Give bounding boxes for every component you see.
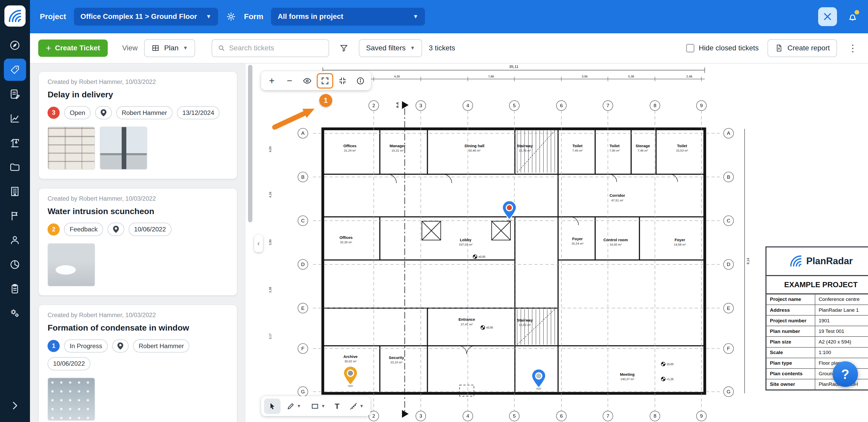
- filter-button[interactable]: [336, 40, 352, 56]
- shape-tool-button[interactable]: ▼: [307, 398, 330, 414]
- ticket-thumbnails: [48, 243, 228, 286]
- more-options-button[interactable]: ⋮: [846, 43, 860, 54]
- room-name: Corridor: [610, 193, 625, 198]
- sidebar-item-flags[interactable]: [4, 205, 26, 227]
- sidebar-item-reports[interactable]: [4, 253, 26, 275]
- title-block-row-value: 19 Test 001: [815, 326, 868, 336]
- info-icon: [356, 76, 365, 85]
- grid-col-label: 4: [466, 414, 469, 419]
- search-icon: [218, 44, 225, 52]
- help-button[interactable]: ?: [833, 361, 858, 387]
- dimension-left: 3,17: [269, 333, 272, 339]
- plans-button[interactable]: [818, 7, 837, 26]
- room-area: 16,50 m²: [610, 243, 622, 246]
- ticket-location-pill[interactable]: [95, 106, 112, 119]
- sidebar-item-documents[interactable]: [4, 156, 26, 178]
- grid-row-label: G: [726, 389, 730, 395]
- ticket-tag-icon: [9, 64, 21, 75]
- fit-to-screen-button[interactable]: [334, 73, 351, 89]
- room-area: 7,46 m²: [638, 149, 648, 152]
- ticket-badges: 3OpenRobert Hammer13/12/2024: [48, 106, 228, 119]
- ticket-card[interactable]: Created by Robert Hammer, 10/03/2022 For…: [38, 304, 238, 422]
- title-block-row-label: Plan number: [767, 326, 815, 336]
- sidebar-item-projects[interactable]: [4, 180, 26, 202]
- grid-row-label: E: [301, 305, 305, 311]
- visibility-button[interactable]: [299, 73, 315, 89]
- level-marker: [661, 377, 663, 379]
- chevron-down-icon: ▼: [359, 403, 364, 409]
- grid-row-label: A: [727, 131, 730, 136]
- zoom-in-button[interactable]: +: [264, 73, 280, 89]
- notifications-button[interactable]: [847, 11, 858, 22]
- sidebar-item-statistics[interactable]: [4, 107, 26, 130]
- ticket-card[interactable]: Created by Robert Hammer, 10/03/2022 Wat…: [38, 188, 238, 296]
- pen-tool-button[interactable]: ▼: [282, 398, 305, 414]
- room-area: 31,24 m²: [344, 149, 356, 152]
- room-area: 15,53 m²: [676, 149, 688, 152]
- ticket-pin-water[interactable]: [344, 366, 358, 387]
- scrollbar-thumb[interactable]: [248, 65, 252, 223]
- water-sill-photo[interactable]: [48, 243, 95, 286]
- text-tool-button[interactable]: T: [331, 398, 343, 414]
- fullscreen-button[interactable]: [317, 73, 333, 89]
- title-block-row-label: Site owner: [767, 379, 815, 389]
- grid-col-label: 5: [513, 103, 516, 108]
- saved-filters-dropdown[interactable]: Saved filters ▼: [359, 39, 422, 57]
- room-name: Foyer: [675, 237, 685, 242]
- room-name: Storage: [636, 143, 650, 148]
- create-ticket-button[interactable]: + Create Ticket: [38, 39, 108, 57]
- planradar-logo[interactable]: [4, 5, 25, 26]
- info-button[interactable]: [352, 73, 369, 89]
- ticket-location-pill[interactable]: [112, 339, 129, 353]
- hide-closed-toggle[interactable]: Hide closed tickets: [686, 44, 759, 52]
- tutorial-step-badge: 1: [319, 94, 332, 107]
- ticket-number-badge: 3: [48, 107, 60, 119]
- room-area: 15,52 m²: [519, 323, 531, 326]
- plan-icon: [151, 44, 160, 52]
- title-block-project-title: EXAMPLE PROJECT: [767, 275, 868, 294]
- sidebar-item-settings[interactable]: [4, 302, 26, 324]
- room-name: Foyer: [572, 236, 583, 241]
- ticket-location-pill[interactable]: [107, 223, 124, 236]
- form-selector[interactable]: All forms in project ▼: [271, 8, 425, 26]
- grid-col-label: 2: [372, 414, 375, 419]
- measure-tool-button[interactable]: ▼: [345, 398, 368, 414]
- title-block-row-value: 1901: [815, 316, 868, 326]
- zoom-out-button[interactable]: −: [281, 73, 298, 89]
- ticket-card[interactable]: Created by Robert Hammer, 10/03/2022 Del…: [38, 71, 238, 179]
- select-tool-button[interactable]: [264, 398, 281, 414]
- project-settings-button[interactable]: [226, 11, 237, 22]
- ticket-title: Delay in delivery: [48, 90, 228, 99]
- search-input[interactable]: [229, 44, 323, 52]
- sidebar-item-clipboard[interactable]: [4, 278, 26, 300]
- form-selector-value: All forms in project: [278, 12, 343, 21]
- grid-col-label: 7: [606, 414, 609, 419]
- view-mode-dropdown[interactable]: Plan ▼: [144, 39, 195, 57]
- grid-row-label: F: [301, 346, 304, 351]
- chevron-right-icon: [9, 400, 21, 411]
- collapse-panel-button[interactable]: ‹: [254, 235, 263, 253]
- sidebar-item-site[interactable]: [4, 132, 26, 154]
- room-name: Offices: [339, 235, 352, 240]
- create-report-button[interactable]: Create report: [768, 39, 837, 57]
- tutorial-arrow: [270, 98, 326, 132]
- ticket-created: Created by Robert Hammer, 10/03/2022: [48, 78, 228, 86]
- pdf-report-icon: [775, 44, 783, 52]
- room-name: Toilet: [677, 143, 687, 148]
- dashboard-icon: [9, 40, 21, 51]
- project-selector[interactable]: Office Complex 11 > Ground Floor ▼: [74, 8, 218, 26]
- brick-wall-photo[interactable]: [48, 127, 95, 170]
- chevron-down-icon: ▼: [297, 403, 301, 409]
- window-photo[interactable]: [100, 127, 147, 170]
- pen-icon: [286, 402, 295, 411]
- sidebar-item-contacts[interactable]: [4, 229, 26, 251]
- grid-col-label: 9: [700, 103, 703, 108]
- condensate-window-photo[interactable]: [48, 378, 95, 421]
- sidebar-expand-button[interactable]: [4, 395, 26, 417]
- sidebar-item-tickets[interactable]: [4, 59, 26, 81]
- grid-row-label: B: [301, 174, 305, 180]
- room-area: 140,37 m²: [620, 377, 634, 381]
- ticket-pin-condensate[interactable]: [532, 369, 546, 390]
- sidebar-item-dashboard[interactable]: [4, 34, 26, 57]
- sidebar-item-tasks[interactable]: [4, 83, 26, 105]
